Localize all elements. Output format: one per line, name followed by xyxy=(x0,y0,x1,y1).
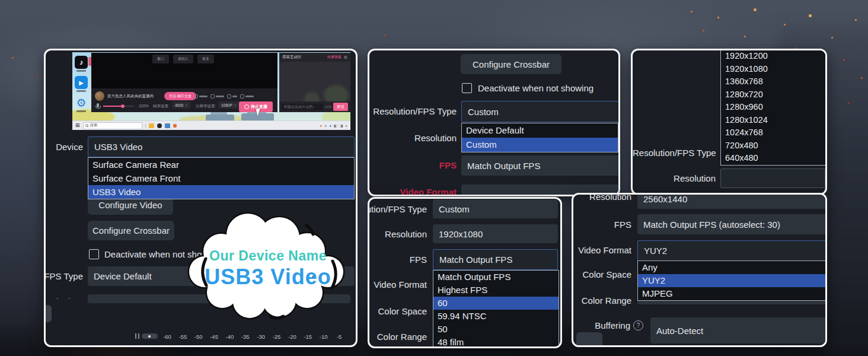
deactivate-checkbox[interactable] xyxy=(462,83,472,93)
resolution-dropdown-list[interactable]: Device DefaultCustom xyxy=(461,123,618,152)
configure-crossbar-button[interactable]: Configure Crossbar xyxy=(461,54,561,74)
partial-button[interactable] xyxy=(44,305,52,322)
tree-decoration xyxy=(324,85,349,101)
resolution-label: Resolution xyxy=(368,229,427,239)
dropdown-option[interactable]: 1360x768 xyxy=(721,75,826,88)
fps-dropdown[interactable]: Match Output FPS xyxy=(461,155,620,176)
dropdown-option[interactable]: USB3 Video xyxy=(88,185,354,199)
dropdown-option[interactable]: 1280x960 xyxy=(721,101,826,114)
chat-char-counter: 0/20 xyxy=(325,105,331,109)
category-tag[interactable]: 生活·聊天交友 xyxy=(164,92,196,100)
dropdown-option[interactable]: 59.94 NTSC xyxy=(433,310,559,323)
app-icon[interactable] xyxy=(165,123,170,128)
resolution-label: 分辨率设置: xyxy=(196,104,216,109)
windows-start-icon[interactable]: ⊞ xyxy=(75,123,80,128)
gear-icon: ⚙ xyxy=(76,96,86,110)
douyin-desktop-icon[interactable]: ♪ xyxy=(75,56,88,69)
dropdown-option[interactable]: 1280x1024 xyxy=(721,114,826,127)
dropdown-option[interactable]: 640x480 xyxy=(721,152,826,165)
fps-options-list[interactable]: Match Output FPSHighest FPS6059.94 NTSC5… xyxy=(433,270,559,348)
resolution-dropdown[interactable]: 2560x1440 xyxy=(637,193,827,209)
taskbar-search[interactable]: 搜索 xyxy=(83,122,142,129)
settings-desktop-icon[interactable]: ⚙ xyxy=(75,96,88,109)
chat-mode-toggle[interactable]: 分屏弹幕 xyxy=(327,55,342,60)
crossbar-properties-panel: Configure Crossbar Deactivate when not s… xyxy=(368,49,620,196)
bitrate-dropdown[interactable]: 4000 ∨ xyxy=(172,101,190,109)
center-action[interactable] xyxy=(210,94,224,98)
db-tick: -45 xyxy=(207,333,221,340)
dropdown-option[interactable]: 1280x720 xyxy=(721,88,826,101)
resolution-dropdown[interactable] xyxy=(720,169,825,188)
resolution-options-list[interactable]: 1920x12001920x10801360x7681280x7201280x9… xyxy=(720,49,826,166)
feedback-action[interactable] xyxy=(227,94,237,98)
window-mini-button[interactable]: 虚拟人 xyxy=(173,55,193,63)
fps-dropdown[interactable]: Match Output FPS xyxy=(433,249,558,270)
fps-dropdown[interactable]: Match Output FPS (autoselect: 30) xyxy=(637,214,827,234)
bitrate-label: 码率设置: xyxy=(153,104,170,109)
format-properties-panel: Resolution 2560x1440 FPS Match Output FP… xyxy=(572,193,827,347)
video-format-dropdown[interactable]: YUY2 xyxy=(637,240,827,261)
fps-label: FPS xyxy=(573,220,631,230)
dropdown-option[interactable]: 1920x1200 xyxy=(721,50,826,63)
dropdown-option[interactable]: 720x480 xyxy=(721,139,826,152)
configure-crossbar-button[interactable]: Configure Crossbar xyxy=(88,221,174,240)
mic-volume-slider[interactable] xyxy=(103,106,134,107)
screenshot-root: ♪ ▶ ⚙ 窗口虚拟人更多 意六无总人风欢央的直播间 生活·聊天交友 xyxy=(0,0,868,356)
system-tray[interactable]: ●∧●◧◨● xyxy=(320,123,347,128)
resolution-fps-type-dropdown[interactable]: Custom xyxy=(461,101,620,122)
viewers-action[interactable] xyxy=(240,94,254,98)
format-options-list[interactable]: AnyYUY2MJPEG xyxy=(637,260,827,301)
window-mini-button[interactable]: 窗口 xyxy=(152,55,169,63)
dropdown-option[interactable]: Match Output FPS xyxy=(433,271,559,284)
share-action[interactable] xyxy=(194,94,208,98)
volume-slider[interactable] xyxy=(142,333,158,339)
gear-icon[interactable]: ⚙ xyxy=(344,55,347,60)
dropdown-option[interactable]: Surface Camera Front xyxy=(88,171,354,185)
fps-label: FPS xyxy=(369,160,457,170)
dropdown-option[interactable]: Custom xyxy=(462,138,618,152)
color-space-label: Color Space xyxy=(573,269,631,279)
chevron-down-icon: ∨ xyxy=(185,103,187,107)
app-icon[interactable] xyxy=(157,123,162,128)
device-dropdown[interactable]: USB3 Video xyxy=(88,136,355,157)
callout-line1: Our Device Name xyxy=(184,248,352,264)
device-dropdown-list[interactable]: Surface Camera RearSurface Camera FrontU… xyxy=(88,157,355,199)
chat-input[interactable]: 和观众说点什么吧~ xyxy=(282,104,323,110)
dropdown-option[interactable]: 1024x768 xyxy=(721,126,826,139)
dropdown-option[interactable]: MJPEG xyxy=(638,287,827,300)
db-tick: -25 xyxy=(270,333,284,340)
partial-button[interactable] xyxy=(576,332,602,347)
resolution-dropdown[interactable]: 1920x1080 xyxy=(433,224,558,243)
buffering-label: Buffering xyxy=(595,320,630,330)
dropdown-option[interactable]: YUY2 xyxy=(638,274,827,287)
explorer-icon[interactable] xyxy=(149,123,154,128)
dropdown-option[interactable]: Device Default xyxy=(462,123,618,138)
db-scale: -60-55-50-45-40-35-30-25-20-15-10-5 xyxy=(160,333,346,340)
dropdown-option[interactable]: 60 xyxy=(433,297,559,310)
color-space-label: Color Space xyxy=(368,306,427,316)
send-button[interactable]: 发送 xyxy=(333,103,348,111)
microphone-icon[interactable] xyxy=(97,103,99,107)
dropdown-option[interactable]: Surface Camera Rear xyxy=(88,158,354,171)
messenger-desktop-icon[interactable]: ▶ xyxy=(75,76,88,89)
mic-level: 100% xyxy=(139,104,149,108)
fps-properties-panel: Resolution/FPS Type Custom Resolution 19… xyxy=(368,197,562,348)
dropdown-option[interactable]: 50 xyxy=(433,323,559,336)
dropdown-option[interactable]: 48 film xyxy=(433,336,559,348)
resolution-dropdown[interactable]: 1080P ∨ xyxy=(218,101,239,109)
window-mini-buttons[interactable]: 窗口虚拟人更多 xyxy=(152,55,214,63)
chat-body xyxy=(279,62,350,101)
help-icon[interactable]: ? xyxy=(633,320,643,330)
pinned-app-icon[interactable] xyxy=(173,124,177,128)
dropdown-option[interactable]: 1920x1080 xyxy=(721,63,826,76)
resolution-fps-type-label: Resolution/FPS Type xyxy=(44,271,83,281)
resolution-fps-type-dropdown[interactable]: Custom xyxy=(433,199,558,218)
dropdown-option[interactable]: Any xyxy=(638,261,827,274)
deactivate-checkbox[interactable] xyxy=(89,249,99,259)
callout-line2: USB3 Video xyxy=(184,265,352,290)
buffering-dropdown[interactable]: Auto-Detect xyxy=(650,317,827,344)
window-mini-button[interactable]: 更多 xyxy=(197,55,214,63)
icon-label-smudge xyxy=(76,110,86,112)
db-tick: -10 xyxy=(317,333,331,340)
dropdown-option[interactable]: Highest FPS xyxy=(433,284,559,297)
